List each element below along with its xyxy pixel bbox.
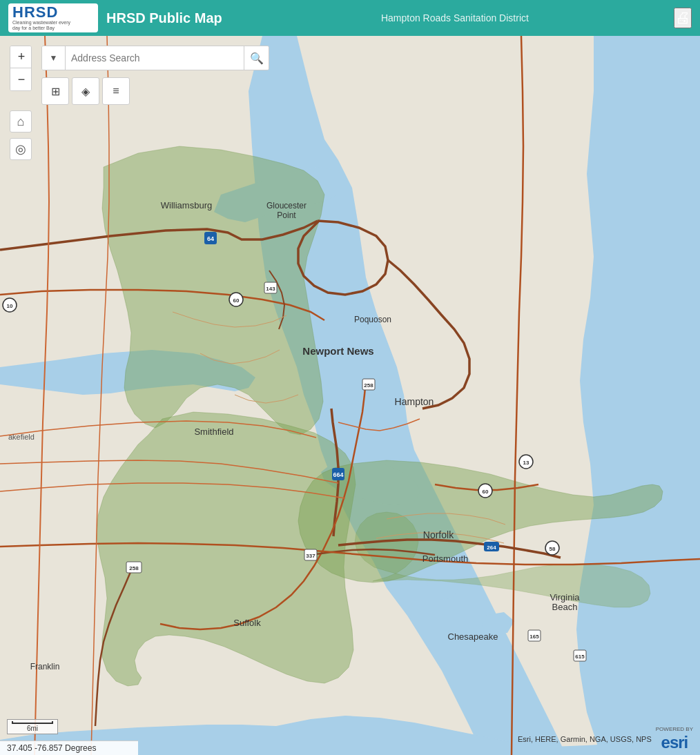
svg-text:10: 10 bbox=[7, 303, 13, 309]
map-background: 64 664 264 60 60 13 10 58 143 258 337 bbox=[0, 36, 700, 755]
chevron-down-icon: ▼ bbox=[50, 53, 58, 63]
svg-text:Norfolk: Norfolk bbox=[423, 529, 454, 540]
svg-text:143: 143 bbox=[266, 286, 275, 292]
svg-text:Hampton: Hampton bbox=[395, 396, 434, 407]
svg-text:Gloucester: Gloucester bbox=[266, 201, 307, 210]
map-attribution: Esri, HERE, Garmin, NGA, USGS, NPS POWER… bbox=[518, 726, 693, 752]
logo: HRSD Cleaning wastewater every day for a… bbox=[8, 3, 98, 32]
coordinates-display: 37.405 -76.857 Degrees bbox=[0, 741, 138, 755]
scale-line bbox=[12, 721, 53, 724]
svg-text:Point: Point bbox=[277, 210, 296, 220]
svg-text:258: 258 bbox=[129, 565, 139, 571]
locate-button[interactable]: ◎ bbox=[10, 138, 32, 160]
basemap-gallery-button[interactable]: ⊞ bbox=[41, 77, 69, 105]
svg-text:akefield: akefield bbox=[8, 433, 35, 441]
grid-icon: ⊞ bbox=[51, 85, 60, 98]
layers-icon: ◈ bbox=[81, 85, 90, 98]
svg-text:165: 165 bbox=[529, 634, 539, 640]
svg-text:Poquoson: Poquoson bbox=[354, 315, 391, 324]
widget-toolbar: ⊞ ◈ ≡ bbox=[41, 77, 130, 105]
svg-text:Franklin: Franklin bbox=[30, 662, 60, 671]
svg-text:Virginia: Virginia bbox=[550, 592, 580, 602]
scale-bar: 6mi bbox=[7, 719, 58, 734]
locate-icon: ◎ bbox=[15, 141, 26, 157]
svg-text:Beach: Beach bbox=[552, 602, 578, 612]
zoom-in-button[interactable]: + bbox=[10, 46, 32, 68]
map-container: 64 664 264 60 60 13 10 58 143 258 337 bbox=[0, 36, 700, 755]
zoom-controls: + − bbox=[10, 46, 32, 91]
app-header: HRSD Cleaning wastewater every day for a… bbox=[0, 0, 700, 36]
svg-text:13: 13 bbox=[523, 460, 529, 466]
svg-text:Portsmouth: Portsmouth bbox=[422, 553, 468, 564]
logo-tagline: Cleaning wastewater every day for a bett… bbox=[12, 20, 75, 30]
search-bar: ▼ 🔍 bbox=[41, 46, 269, 70]
app-title: HRSD Public Map bbox=[106, 10, 222, 26]
search-submit-button[interactable]: 🔍 bbox=[244, 46, 269, 70]
svg-text:Newport News: Newport News bbox=[302, 345, 373, 357]
svg-text:58: 58 bbox=[550, 546, 556, 552]
header-subtitle: Hampton Roads Sanitation District bbox=[236, 12, 674, 23]
svg-text:337: 337 bbox=[306, 553, 315, 559]
search-icon: 🔍 bbox=[250, 52, 264, 65]
scale-label: 6mi bbox=[27, 725, 38, 732]
layer-list-button[interactable]: ◈ bbox=[72, 77, 99, 105]
legend-button[interactable]: ≡ bbox=[102, 77, 130, 105]
svg-text:258: 258 bbox=[364, 382, 373, 389]
legend-icon: ≡ bbox=[113, 85, 119, 97]
logo-text-main: HRSD bbox=[12, 5, 58, 20]
svg-text:60: 60 bbox=[233, 297, 240, 304]
svg-text:Smithfield: Smithfield bbox=[194, 426, 233, 437]
print-button[interactable]: 🖨 bbox=[674, 8, 692, 28]
address-search-input[interactable] bbox=[66, 52, 244, 63]
powered-by-label: POWERED BY bbox=[656, 726, 693, 733]
home-icon: ⌂ bbox=[17, 115, 25, 129]
search-dropdown-button[interactable]: ▼ bbox=[42, 46, 66, 70]
svg-text:Suffolk: Suffolk bbox=[233, 618, 261, 628]
home-button[interactable]: ⌂ bbox=[10, 110, 32, 133]
svg-text:Chesapeake: Chesapeake bbox=[448, 631, 498, 642]
svg-text:60: 60 bbox=[483, 489, 489, 495]
svg-text:664: 664 bbox=[333, 471, 343, 478]
coordinates-value: 37.405 -76.857 Degrees bbox=[7, 743, 96, 753]
zoom-out-button[interactable]: − bbox=[10, 68, 32, 90]
svg-text:Williamsburg: Williamsburg bbox=[161, 200, 212, 210]
esri-logo: esri bbox=[661, 733, 688, 752]
svg-text:264: 264 bbox=[487, 545, 496, 551]
attribution-text: Esri, HERE, Garmin, NGA, USGS, NPS bbox=[518, 735, 652, 743]
svg-text:615: 615 bbox=[575, 654, 585, 660]
svg-text:64: 64 bbox=[207, 235, 214, 242]
